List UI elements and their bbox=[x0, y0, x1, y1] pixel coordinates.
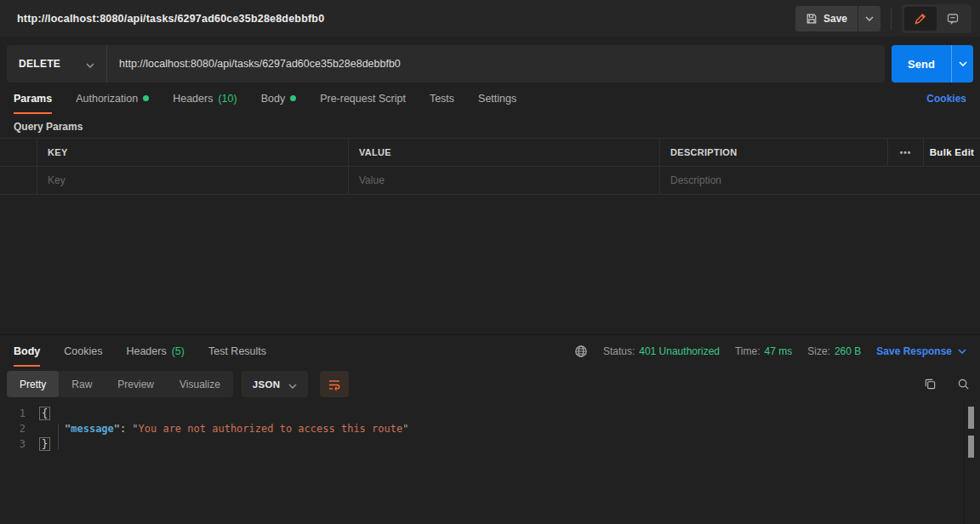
tab-pre-request-script-label: Pre-request Script bbox=[320, 93, 406, 105]
chevron-down-icon bbox=[288, 377, 297, 392]
view-tab-visualize[interactable]: Visualize bbox=[167, 371, 233, 397]
param-description-input[interactable] bbox=[660, 174, 980, 186]
column-header-description: DESCRIPTION bbox=[660, 139, 888, 167]
topbar-divider bbox=[891, 8, 892, 30]
send-button[interactable]: Send bbox=[892, 45, 951, 83]
format-select[interactable]: JSON bbox=[242, 371, 309, 397]
param-value-cell bbox=[349, 167, 660, 194]
response-tab-headers[interactable]: Headers (5) bbox=[126, 335, 185, 367]
method-selector[interactable]: DELETE bbox=[7, 45, 107, 83]
json-message-line: "message":"You are not authorized to acc… bbox=[39, 421, 408, 436]
save-button[interactable]: Save bbox=[795, 6, 858, 31]
close-brace: } bbox=[39, 437, 50, 451]
code-line-3: 3 } bbox=[0, 436, 980, 452]
tab-body-label: Body bbox=[261, 93, 286, 105]
response-view-toolbar: Pretty Raw Preview Visualize JSON bbox=[7, 371, 970, 397]
network-globe-icon[interactable] bbox=[574, 345, 588, 358]
param-description-cell bbox=[660, 167, 980, 194]
sidebar-toggle-group bbox=[902, 4, 971, 33]
response-tab-test-results-label: Test Results bbox=[208, 345, 266, 357]
status-group: Status: 401 Unauthorized bbox=[603, 345, 720, 357]
json-key-text: message bbox=[71, 423, 114, 435]
response-meta: Status: 401 Unauthorized Time: 47 ms Siz… bbox=[574, 335, 966, 367]
size-label: Size: bbox=[807, 345, 830, 357]
time-label: Time: bbox=[735, 345, 761, 357]
tab-headers[interactable]: Headers (10) bbox=[173, 83, 236, 114]
param-select-header-cell bbox=[0, 139, 37, 167]
query-params-table: KEY VALUE DESCRIPTION ••• Bulk Edit bbox=[0, 138, 980, 195]
response-tab-cookies-label: Cookies bbox=[64, 345, 102, 357]
edit-pencil-icon[interactable] bbox=[904, 7, 937, 31]
send-button-group: Send bbox=[892, 45, 973, 83]
response-tab-body[interactable]: Body bbox=[14, 335, 40, 367]
view-mode-switcher: Pretty Raw Preview Visualize bbox=[7, 371, 233, 397]
response-tab-cookies[interactable]: Cookies bbox=[64, 335, 102, 367]
bulk-edit-label: Bulk Edit bbox=[930, 147, 975, 157]
send-options-button[interactable] bbox=[951, 45, 973, 83]
scrollbar-mark[interactable] bbox=[968, 407, 974, 429]
response-headers-count-badge: (5) bbox=[172, 345, 185, 357]
cookies-link[interactable]: Cookies bbox=[926, 93, 966, 105]
response-tab-test-results[interactable]: Test Results bbox=[208, 335, 266, 367]
param-row-select-cell bbox=[0, 167, 37, 194]
copy-icon[interactable] bbox=[924, 378, 937, 390]
save-response-button[interactable]: Save Response bbox=[876, 345, 966, 357]
open-brace: { bbox=[39, 407, 50, 420]
tab-authorization-label: Authorization bbox=[76, 93, 138, 105]
line-number: 2 bbox=[0, 421, 39, 436]
view-tab-preview[interactable]: Preview bbox=[105, 371, 167, 397]
json-value-text: You are not authorized to access this ro… bbox=[139, 423, 403, 435]
wrap-text-button[interactable] bbox=[320, 371, 349, 397]
time-group: Time: 47 ms bbox=[735, 345, 792, 357]
indent-guide bbox=[58, 424, 59, 449]
param-value-input[interactable] bbox=[349, 174, 659, 186]
tab-params[interactable]: Params bbox=[14, 83, 52, 114]
more-options-icon: ••• bbox=[900, 148, 912, 157]
url-input[interactable]: http://localhost:8080/api/tasks/6297ad60… bbox=[107, 45, 885, 83]
response-tab-headers-label: Headers bbox=[126, 345, 166, 357]
method-label: DELETE bbox=[19, 58, 60, 70]
tab-settings[interactable]: Settings bbox=[478, 83, 516, 114]
size-group: Size: 260 B bbox=[807, 345, 861, 357]
format-select-value: JSON bbox=[253, 379, 281, 390]
response-tabs: Body Cookies Headers (5) Test Results St… bbox=[0, 335, 980, 367]
bulk-edit-button[interactable]: Bulk Edit bbox=[924, 139, 980, 167]
tab-tests-label: Tests bbox=[430, 93, 454, 105]
params-more-options-button[interactable]: ••• bbox=[888, 139, 924, 167]
comments-icon[interactable] bbox=[937, 7, 969, 31]
view-tab-pretty[interactable]: Pretty bbox=[7, 371, 59, 397]
save-options-button[interactable] bbox=[858, 6, 880, 31]
tab-pre-request-script[interactable]: Pre-request Script bbox=[320, 83, 406, 114]
chevron-down-icon bbox=[86, 56, 94, 71]
size-value: 260 B bbox=[835, 345, 861, 357]
code-line-1: 1 { bbox=[0, 406, 980, 421]
status-label: Status: bbox=[603, 345, 635, 357]
tab-authorization[interactable]: Authorization bbox=[76, 83, 149, 114]
save-response-label: Save Response bbox=[876, 345, 952, 357]
request-title: http://localhost:8080/api/tasks/6297ad60… bbox=[17, 13, 324, 25]
topbar-actions: Save bbox=[795, 4, 971, 33]
tab-tests[interactable]: Tests bbox=[430, 83, 454, 114]
tab-params-label: Params bbox=[14, 93, 52, 105]
authorization-status-dot bbox=[143, 95, 149, 101]
scrollbar-track bbox=[964, 401, 965, 524]
top-bar: http://localhost:8080/api/tasks/6297ad60… bbox=[0, 0, 980, 37]
param-key-input[interactable] bbox=[37, 174, 348, 186]
scrollbar-mark[interactable] bbox=[968, 436, 974, 458]
response-panel: Body Cookies Headers (5) Test Results St… bbox=[0, 334, 980, 524]
view-tab-raw[interactable]: Raw bbox=[59, 371, 105, 397]
search-icon[interactable] bbox=[957, 378, 970, 390]
time-value: 47 ms bbox=[765, 345, 793, 357]
save-button-group: Save bbox=[795, 6, 880, 31]
column-header-key: KEY bbox=[37, 139, 349, 167]
save-button-label: Save bbox=[823, 13, 847, 25]
line-number: 3 bbox=[0, 436, 39, 452]
param-key-cell bbox=[37, 167, 349, 194]
response-tab-body-label: Body bbox=[14, 345, 40, 357]
code-line-2: 2 "message":"You are not authorized to a… bbox=[0, 421, 980, 436]
request-url-row: DELETE http://localhost:8080/api/tasks/6… bbox=[7, 45, 973, 83]
request-tabs: Params Authorization Headers (10) Body P… bbox=[0, 83, 980, 114]
tab-body[interactable]: Body bbox=[261, 83, 297, 114]
url-container: DELETE http://localhost:8080/api/tasks/6… bbox=[7, 45, 885, 83]
body-status-dot bbox=[290, 95, 296, 101]
